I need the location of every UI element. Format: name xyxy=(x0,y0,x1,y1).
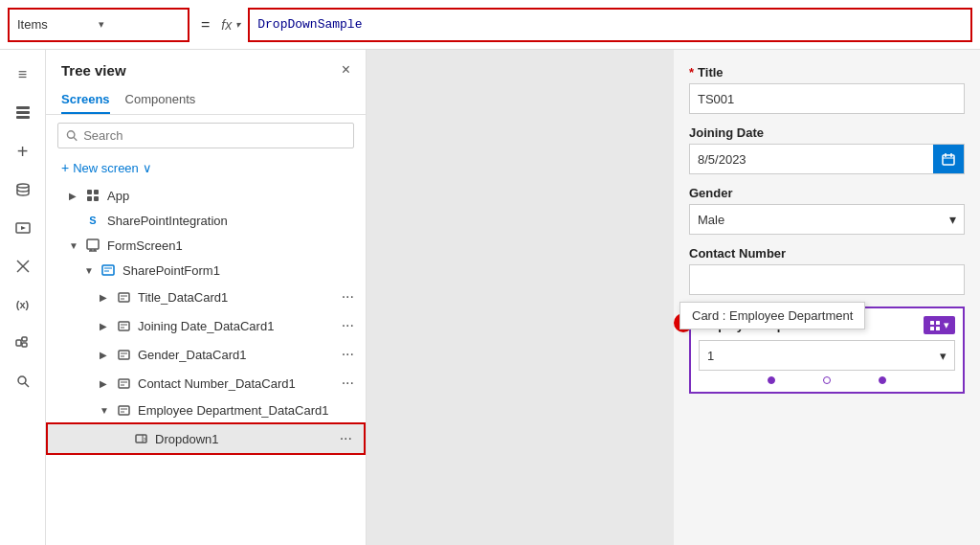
form-panel: *Title Joining Date Gender xyxy=(674,50,980,545)
tools-icon[interactable] xyxy=(6,326,40,360)
chevron-cn-dc: ▶ xyxy=(100,378,115,389)
card-icon-title xyxy=(115,288,132,306)
spf1-label: SharePointForm1 xyxy=(122,263,358,278)
chevron-ed-dc: ▼ xyxy=(100,405,115,416)
svg-rect-45 xyxy=(943,155,954,165)
emp-dept-chevron: ▾ xyxy=(940,349,947,363)
emp-dept-dropdown[interactable]: 1 ▾ xyxy=(699,340,955,371)
tree-item-gender-datacard[interactable]: ▶ Gender_DataCard1 ··· xyxy=(46,340,366,369)
contactnum-field-group: Contact Number Card : Employee Departmen… xyxy=(689,246,965,295)
fx-indicator: fx ▾ xyxy=(221,17,240,33)
spi-label: SharePointIntegration xyxy=(107,214,358,228)
emp-dept-resize-dots xyxy=(699,376,955,384)
svg-point-13 xyxy=(18,376,26,384)
new-screen-plus: + xyxy=(61,160,69,175)
formula-input[interactable]: DropDownSample xyxy=(248,8,972,42)
svg-rect-19 xyxy=(87,196,92,201)
hamburger-icon[interactable]: ≡ xyxy=(6,57,40,92)
tree-item-dropdown1[interactable]: Dropdown1 ··· xyxy=(46,422,366,455)
main-layout: ≡ + (x xyxy=(0,50,980,545)
resize-dot-center[interactable] xyxy=(823,376,831,384)
joiningdate-field-group: Joining Date xyxy=(689,125,965,174)
title-required-marker: * xyxy=(689,65,694,79)
canvas-area xyxy=(367,50,674,545)
formula-value: DropDownSample xyxy=(257,17,362,32)
joiningdate-input[interactable] xyxy=(690,147,933,172)
tree-item-sharepointform1[interactable]: ▼ SharePointForm1 xyxy=(46,258,366,283)
ed-dc-label: Employee Department_DataCard1 xyxy=(138,403,358,418)
search-input[interactable] xyxy=(83,128,345,143)
joiningdate-field-label: Joining Date xyxy=(689,125,965,140)
svg-rect-8 xyxy=(16,340,21,346)
contactnum-input[interactable] xyxy=(689,264,965,295)
jd-dc-label: Joining Date_DataCard1 xyxy=(138,319,338,333)
tree-item-app[interactable]: ▶ App xyxy=(46,183,366,208)
form-icon xyxy=(100,261,117,279)
gender-dc-more[interactable]: ··· xyxy=(338,344,358,365)
cn-dc-more[interactable]: ··· xyxy=(338,373,358,394)
emp-dept-icon-button[interactable]: ▾ xyxy=(924,316,955,334)
tree-item-joiningdate-datacard[interactable]: ▶ Joining Date_DataCard1 ··· xyxy=(46,311,366,340)
tree-item-title-datacard[interactable]: ▶ Title_DataCard1 ··· xyxy=(46,283,366,311)
app-icon xyxy=(84,187,101,204)
svg-marker-5 xyxy=(21,226,26,230)
svg-rect-50 xyxy=(936,321,940,325)
search-svg xyxy=(15,374,31,389)
svg-line-16 xyxy=(74,137,77,140)
resize-dot-right[interactable] xyxy=(879,376,886,384)
calendar-icon-button[interactable] xyxy=(933,145,964,173)
media-svg xyxy=(15,220,31,236)
property-chevron: ▾ xyxy=(99,18,180,31)
title-input[interactable] xyxy=(689,83,965,114)
chevron-app: ▶ xyxy=(69,191,84,201)
emp-dept-value: 1 xyxy=(707,349,714,363)
svg-rect-28 xyxy=(119,293,129,302)
tree-item-formscreen1[interactable]: ▼ FormScreen1 xyxy=(46,233,366,258)
sharepoint-icon: S xyxy=(84,212,101,229)
title-dc-more[interactable]: ··· xyxy=(338,286,358,307)
variables-icon[interactable] xyxy=(6,249,40,284)
svg-rect-52 xyxy=(936,327,940,330)
search-input-icon xyxy=(66,129,78,142)
card-icon-gender xyxy=(115,346,132,363)
layers-icon[interactable] xyxy=(6,96,40,130)
card-icon-jd xyxy=(115,317,132,334)
tree-panel: Tree view × Screens Components + New scr… xyxy=(46,50,367,545)
svg-rect-21 xyxy=(87,239,99,249)
tree-item-contactnum-datacard[interactable]: ▶ Contact Number_DataCard1 ··· xyxy=(46,369,366,397)
new-screen-button[interactable]: + New screen ∨ xyxy=(46,156,366,183)
property-selector[interactable]: Items ▾ xyxy=(8,8,189,42)
tab-components[interactable]: Components xyxy=(125,86,196,114)
jd-dc-more[interactable]: ··· xyxy=(338,315,358,336)
tree-item-sharepoint-integration[interactable]: S SharePointIntegration xyxy=(46,208,366,233)
svg-rect-2 xyxy=(16,116,30,119)
gender-select[interactable]: Male ▾ xyxy=(689,204,965,235)
joiningdate-input-container xyxy=(689,144,965,174)
dd1-label: Dropdown1 xyxy=(155,432,336,446)
dd1-more[interactable]: ··· xyxy=(336,428,356,449)
cn-dc-label: Contact Number_DataCard1 xyxy=(138,376,338,391)
contactnum-field-label: Contact Number xyxy=(689,246,965,261)
svg-rect-37 xyxy=(119,379,129,388)
search-sidebar-icon[interactable] xyxy=(6,364,40,398)
add-icon[interactable]: + xyxy=(6,134,40,169)
fx-label: fx xyxy=(221,17,232,33)
tab-screens[interactable]: Screens xyxy=(61,86,110,114)
media-icon[interactable] xyxy=(6,211,40,245)
tree-search-box[interactable] xyxy=(57,123,354,148)
tooltip-text: Card : Employee Department xyxy=(692,308,853,323)
card-icon-ed xyxy=(115,401,132,419)
svg-rect-17 xyxy=(87,190,92,194)
svg-rect-20 xyxy=(94,196,99,201)
property-label: Items xyxy=(17,17,99,32)
resize-dot-left[interactable] xyxy=(768,376,775,384)
tree-item-empdept-datacard[interactable]: ▼ Employee Department_DataCard1 xyxy=(46,397,366,422)
database-icon[interactable] xyxy=(6,172,40,207)
svg-rect-25 xyxy=(102,265,114,275)
controls-icon[interactable]: (x) xyxy=(6,287,40,322)
svg-point-15 xyxy=(67,131,75,139)
svg-rect-34 xyxy=(119,351,129,359)
tree-tabs: Screens Components xyxy=(46,86,366,115)
equals-sign: = xyxy=(197,16,213,34)
tree-close-button[interactable]: × xyxy=(342,61,350,79)
